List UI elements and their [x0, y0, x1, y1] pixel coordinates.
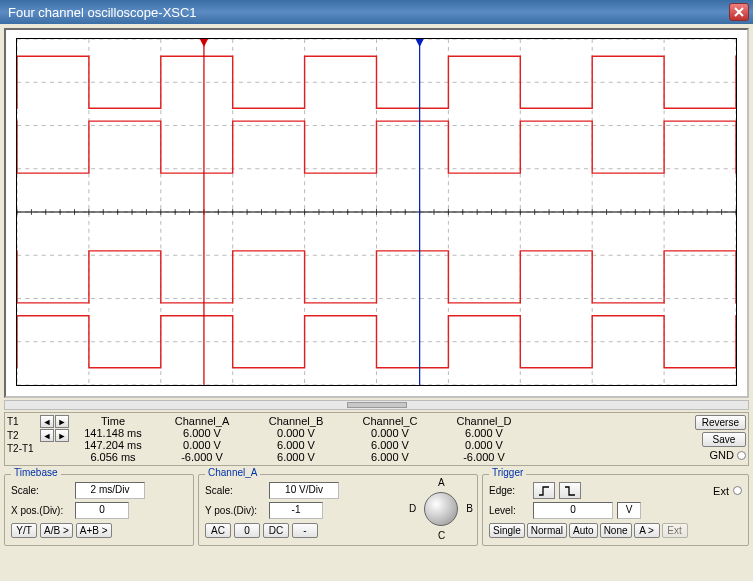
trigger-level-input[interactable]: 0 — [533, 502, 613, 519]
scroll-thumb[interactable] — [347, 402, 407, 408]
timebase-xpos-input[interactable]: 0 — [75, 502, 129, 519]
cursor-t1-label: T1 — [7, 416, 39, 427]
knob-b-label: B — [466, 503, 473, 514]
knob-a-label: A — [438, 477, 445, 488]
dc-button[interactable]: DC — [263, 523, 289, 538]
save-button[interactable]: Save — [702, 432, 746, 447]
edge-falling-button[interactable] — [559, 482, 581, 499]
edge-rising-icon — [538, 485, 550, 497]
gnd-radio[interactable] — [737, 451, 746, 460]
cursor-t2-label: T2 — [7, 430, 39, 441]
ac-button[interactable]: AC — [205, 523, 231, 538]
normal-button[interactable]: Normal — [527, 523, 567, 538]
zero-button[interactable]: 0 — [234, 523, 260, 538]
edge-falling-icon — [564, 485, 576, 497]
channel-scale-label: Scale: — [205, 485, 265, 496]
trigger-ext-button[interactable]: Ext — [662, 523, 688, 538]
cursor-diff-label: T2-T1 — [7, 443, 39, 454]
trigger-title: Trigger — [489, 467, 526, 478]
ab-button[interactable]: A/B > — [40, 523, 73, 538]
timebase-scale-label: Scale: — [11, 485, 71, 496]
close-button[interactable] — [729, 3, 749, 21]
trigger-edge-label: Edge: — [489, 485, 529, 496]
trigger-level-label: Level: — [489, 505, 529, 516]
t1-right-button[interactable]: ► — [55, 415, 69, 428]
none-button[interactable]: None — [600, 523, 632, 538]
window-title: Four channel oscilloscope-XSC1 — [8, 5, 729, 20]
t2-right-button[interactable]: ► — [55, 429, 69, 442]
reverse-button[interactable]: Reverse — [695, 415, 746, 430]
timebase-scale-input[interactable]: 2 ms/Div — [75, 482, 145, 499]
single-button[interactable]: Single — [489, 523, 525, 538]
channel-ypos-input[interactable]: -1 — [269, 502, 323, 519]
channel-scale-input[interactable]: 10 V/Div — [269, 482, 339, 499]
auto-button[interactable]: Auto — [569, 523, 598, 538]
trigger-a-button[interactable]: A > — [634, 523, 660, 538]
channel-panel: Channel_A Scale: 10 V/Div Y pos.(Div): -… — [198, 474, 478, 546]
trigger-ext-radio[interactable] — [733, 486, 742, 495]
aplusb-button[interactable]: A+B > — [76, 523, 112, 538]
svg-marker-75 — [415, 39, 425, 47]
yt-button[interactable]: Y/T — [11, 523, 37, 538]
edge-rising-button[interactable] — [533, 482, 555, 499]
gnd-label: GND — [710, 449, 734, 461]
channel-title: Channel_A — [205, 467, 260, 478]
timebase-xpos-label: X pos.(Div): — [11, 505, 71, 516]
channel-ypos-label: Y pos.(Div): — [205, 505, 265, 516]
knob-c-label: C — [438, 530, 445, 541]
titlebar: Four channel oscilloscope-XSC1 — [0, 0, 753, 24]
knob-d-label: D — [409, 503, 416, 514]
horizontal-scrollbar[interactable] — [4, 400, 749, 410]
trigger-level-unit[interactable]: V — [617, 502, 641, 519]
trigger-panel: Trigger Edge: Ext Level: 0 V Single Norm… — [482, 474, 749, 546]
knob-icon — [424, 492, 458, 526]
channel-select-knob[interactable]: A B C D — [411, 479, 471, 539]
svg-marker-73 — [199, 39, 209, 47]
neg-button[interactable]: - — [292, 523, 318, 538]
scope-canvas[interactable] — [17, 39, 736, 385]
cursor-readout: T1 ◄ ► T2 ◄ ► T2-T1 TimeChannel_AChannel… — [4, 412, 749, 466]
t1-left-button[interactable]: ◄ — [40, 415, 54, 428]
timebase-title: Timebase — [11, 467, 61, 478]
t2-left-button[interactable]: ◄ — [40, 429, 54, 442]
readout-table: TimeChannel_AChannel_BChannel_CChannel_D… — [73, 415, 691, 463]
timebase-panel: Timebase Scale: 2 ms/Div X pos.(Div): 0 … — [4, 474, 194, 546]
trigger-ext-label: Ext — [713, 485, 729, 497]
scope-display — [4, 28, 749, 398]
close-icon — [734, 7, 744, 17]
